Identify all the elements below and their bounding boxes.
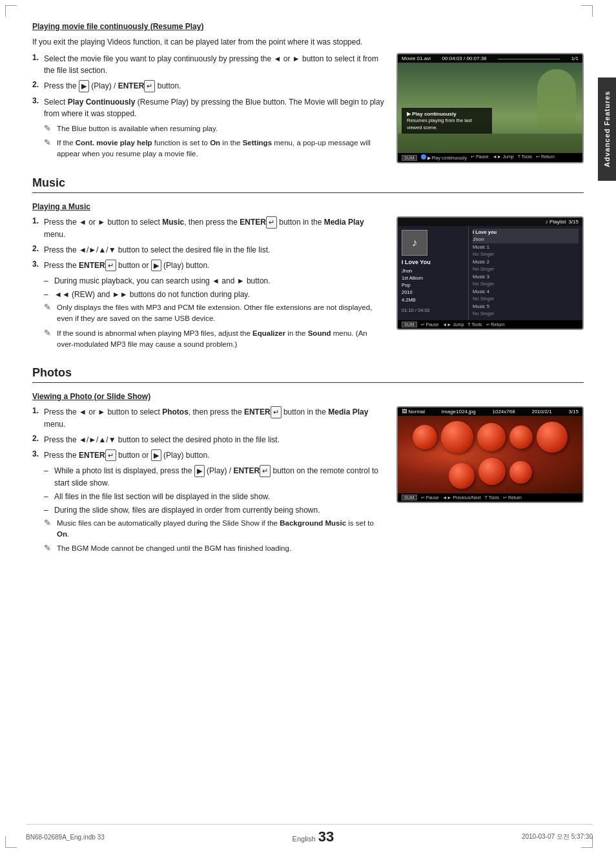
music-step-3: 3. Press the ENTER↵ button or ▶ (Play) b… — [32, 260, 386, 272]
movie-bar-top: Movie 01.avi 00:04:03 / 00:07:38 ———————… — [398, 54, 582, 63]
resume-note-2: ✎ If the Cont. movie play help function … — [44, 138, 386, 160]
movie-overlay-text: Resumes playing from the last viewed sce… — [407, 118, 487, 131]
music-artist: Jhon — [402, 267, 464, 274]
music-note-2: ✎ If the sound is abnormal when playing … — [44, 328, 386, 351]
music-step-1: 1. Press the ◄ or ► button to select Mus… — [32, 216, 386, 240]
photo-icon: 🖼 — [402, 409, 407, 415]
music-page: 3/15 — [568, 219, 579, 225]
resume-step-1: 1. Select the movie file you want to pla… — [32, 53, 386, 76]
movie-tv-screen: Movie 01.avi 00:04:03 / 00:07:38 ———————… — [396, 53, 584, 163]
music-left-panel: ♪ I Love You Jhon 1st Album Pop 2010 4.2… — [398, 226, 469, 320]
resume-step-3: 3. Select Play Continuously (Resume Play… — [32, 96, 386, 119]
movie-overlay-title: ▶ Play continuously — [407, 110, 487, 118]
photos-step-1: 1. Press the ◄ or ► button to select Pho… — [32, 406, 386, 430]
page-lang: English — [293, 835, 316, 843]
photos-sub-3: – During the slide show, files are displ… — [44, 504, 386, 516]
photo-header: 🖼 Normal Image1024.jpg 1024x768 2010/2/1… — [398, 407, 582, 416]
photo-page: 3/15 — [568, 409, 579, 415]
resume-play-heading: Playing movie file continuously (Resume … — [32, 22, 584, 31]
photo-bottom-bar: SUM ↵ Pause ◄► Previous/Next T Tools ↩ R… — [398, 493, 582, 502]
music-sub-2: – ◄◄ (REW) and ►► buttons do not functio… — [44, 289, 386, 300]
music-heading: Music — [32, 176, 584, 193]
resume-play-section: Playing movie file continuously (Resume … — [32, 22, 584, 163]
photo-screen-col: 🖼 Normal Image1024.jpg 1024x768 2010/2/1… — [396, 406, 584, 557]
page-number: 33 — [318, 828, 334, 845]
footer-right: 2010-03-07 오전 5:37:30 — [522, 832, 593, 841]
music-note-1: ✎ Only displays the files with MP3 and P… — [44, 302, 386, 325]
movie-time: 00:04:03 / 00:07:38 — [442, 56, 487, 61]
playlist-item-4: Music 3No Singer — [473, 273, 579, 288]
resume-note-1: ✎ The Blue button is available when resu… — [44, 123, 386, 134]
movie-filename: Movie 01.avi — [402, 56, 431, 61]
music-playlist-col: I Love youJhon Music 1No Singer Music 2N… — [469, 226, 582, 320]
photo-resolution: 1024x768 — [493, 409, 515, 415]
movie-bottom-bar: SUM ▶ Play continuously ↵ Pause ◄► Jump … — [398, 153, 582, 162]
music-info: I Love You Jhon 1st Album Pop 2010 4.2MB — [402, 258, 464, 303]
playlist-item-6: Music 5No Singer — [473, 303, 579, 318]
music-step-2: 2. Press the ◄/►/▲/▼ button to select th… — [32, 244, 386, 256]
photos-sub-2: – All files in the file list section wil… — [44, 491, 386, 502]
photos-content: 1. Press the ◄ or ► button to select Pho… — [32, 406, 584, 557]
resume-play-text-col: 1. Select the movie file you want to pla… — [32, 53, 386, 163]
photos-step-2: 2. Press the ◄/►/▲/▼ button to select th… — [32, 434, 386, 446]
movie-screen-col: Movie 01.avi 00:04:03 / 00:07:38 ———————… — [396, 53, 584, 163]
photos-section: Photos Viewing a Photo (or Slide Show) 1… — [32, 366, 584, 557]
photos-step-3: 3. Press the ENTER↵ button or ▶ (Play) b… — [32, 449, 386, 462]
music-tv-screen: ♪ Playlist 3/15 ♪ I Love You Jhon 1st Al… — [396, 216, 584, 330]
resume-step-2: 2. Press the ▶ (Play) / ENTER↵ button. — [32, 80, 386, 92]
music-header: ♪ Playlist 3/15 — [398, 218, 582, 226]
corner-bl — [5, 836, 17, 848]
main-content: Playing movie file continuously (Resume … — [26, 0, 590, 577]
music-content: 1. Press the ◄ or ► button to select Mus… — [32, 216, 584, 353]
page-number-box: English 33 — [293, 828, 334, 845]
music-text-col: 1. Press the ◄ or ► button to select Mus… — [32, 216, 386, 353]
music-bottom-bar: SUM ↵ Pause ◄► Jump T Tools ↩ Return — [398, 320, 582, 329]
photo-image-area — [398, 416, 582, 493]
movie-image-area: ▶ Play continuously Resumes playing from… — [398, 63, 582, 153]
movie-pagenum: 1/1 — [571, 56, 579, 61]
music-screen: ♪ Playlist 3/15 ♪ I Love You Jhon 1st Al… — [398, 218, 582, 320]
playlist-item-2: Music 1No Singer — [473, 243, 579, 258]
resume-play-intro: If you exit the playing Videos function,… — [32, 36, 584, 48]
music-screen-col: ♪ Playlist 3/15 ♪ I Love You Jhon 1st Al… — [396, 216, 584, 353]
page-footer: BN68-02689A_Eng.indb 33 English 33 2010-… — [26, 824, 593, 845]
photo-filename: Image1024.jpg — [442, 409, 476, 415]
movie-page: ———————————— — [498, 56, 560, 61]
photo-mode: Normal — [408, 409, 425, 415]
music-genre: Pop — [402, 282, 464, 289]
playlist-item-1: I Love youJhon — [473, 229, 579, 243]
music-song-title: I Love You — [402, 258, 464, 267]
photos-note-1: ✎ Music files can be automatically playe… — [44, 518, 386, 540]
photos-subheading: Viewing a Photo (or Slide Show) — [32, 392, 584, 401]
chapter-tab: Advanced Features — [598, 77, 616, 181]
music-body: ♪ I Love You Jhon 1st Album Pop 2010 4.2… — [398, 226, 582, 320]
chapter-label: Advanced Features — [603, 91, 611, 167]
movie-overlay: ▶ Play continuously Resumes playing from… — [402, 108, 492, 134]
music-album-art: ♪ — [402, 230, 427, 256]
playlist-item-5: Music 4No Singer — [473, 288, 579, 303]
photo-tv-screen: 🖼 Normal Image1024.jpg 1024x768 2010/2/1… — [396, 406, 584, 503]
corner-tr — [581, 5, 593, 17]
photos-text-col: 1. Press the ◄ or ► button to select Pho… — [32, 406, 386, 557]
photos-heading: Photos — [32, 366, 584, 383]
music-subheading: Playing a Music — [32, 202, 584, 211]
corner-tl — [5, 5, 17, 17]
resume-play-content: 1. Select the movie file you want to pla… — [32, 53, 584, 163]
music-size: 4.2MB — [402, 296, 464, 303]
footer-left: BN68-02689A_Eng.indb 33 — [26, 834, 105, 841]
music-section: Music Playing a Music 1. Press the ◄ or … — [32, 176, 584, 353]
music-time: 01:10 / 04:02 — [402, 307, 464, 313]
photo-date: 2010/2/1 — [531, 409, 551, 415]
photos-sub-1: – While a photo list is displayed, press… — [44, 465, 386, 489]
music-playlist-label: ♪ Playlist — [546, 219, 566, 225]
music-album: 1st Album — [402, 274, 464, 282]
playlist-item-3: Music 2No Singer — [473, 258, 579, 273]
music-sub-1: – During music playback, you can search … — [44, 275, 386, 287]
music-year: 2010 — [402, 289, 464, 296]
photos-note-2: ✎ The BGM Mode cannot be changed until t… — [44, 543, 386, 554]
